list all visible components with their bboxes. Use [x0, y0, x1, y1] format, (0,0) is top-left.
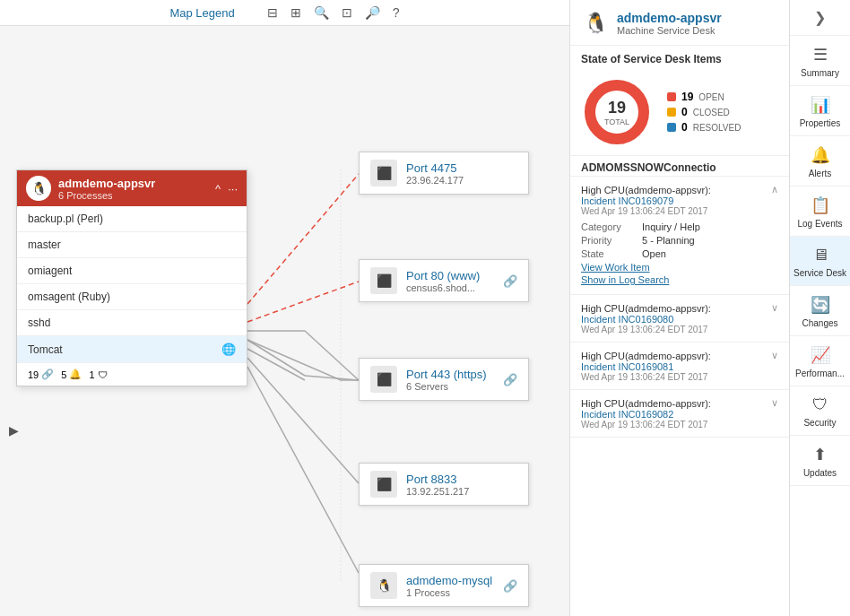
- sidebar-item-performance[interactable]: 📈 Performan...: [790, 336, 850, 386]
- process-card: 🐧 admdemo-appsvr 6 Processes ^ ··· backu…: [16, 169, 247, 386]
- process-list: backup.pl (Perl) master omiagent omsagen…: [17, 206, 247, 363]
- port-title: Port 8833: [406, 473, 517, 486]
- closed-label: CLOSED: [693, 108, 730, 117]
- closed-count: 0: [681, 106, 688, 118]
- process-card-footer: 19 🔗 5 🔔 1 🛡: [17, 363, 247, 386]
- sidebar-item-log-events[interactable]: 📋 Log Events: [790, 187, 850, 237]
- incident-item: High CPU(admdemo-appsvr): ∨ Incident INC…: [570, 343, 789, 390]
- show-in-log-search-link[interactable]: Show in Log Search: [581, 274, 778, 285]
- collapse-icon[interactable]: ^: [215, 182, 221, 195]
- properties-icon: 📊: [811, 95, 830, 115]
- minimize-icon[interactable]: ⊟: [267, 5, 278, 20]
- sidebar: ❯ ☰ Summary 📊 Properties 🔔 Alerts 📋 Log …: [789, 0, 850, 616]
- zoom-out-icon[interactable]: 🔍: [314, 5, 329, 20]
- port-icon: ⬛: [370, 267, 397, 294]
- link-icon: 🔗: [41, 369, 54, 380]
- help-icon[interactable]: ?: [393, 5, 400, 20]
- donut-total: 19: [604, 99, 629, 117]
- section-title: State of Service Desk Items: [570, 46, 789, 69]
- list-item[interactable]: backup.pl (Perl): [17, 206, 247, 232]
- process-name: omsagent (Ruby): [28, 291, 110, 303]
- map-toolbar: Map Legend ⊟ ⊞ 🔍 ⊡ 🔎 ?: [0, 0, 569, 26]
- donut-text: TOTAL: [604, 117, 629, 126]
- open-count: 19: [681, 91, 693, 103]
- donut-chart: 19 TOTAL: [581, 76, 653, 148]
- collapse-incident-icon[interactable]: ∧: [771, 184, 778, 195]
- incident-date: Wed Apr 19 13:06:24 EDT 2017: [581, 372, 778, 382]
- incident-title: High CPU(admdemo-appsvr):: [581, 398, 711, 409]
- incident-subtitle: Incident INC0169081: [581, 361, 778, 372]
- incident-item: High CPU(admdemo-appsvr): ∨ Incident INC…: [570, 295, 789, 343]
- port-info: Port 443 (https) 6 Servers: [406, 368, 494, 392]
- sidebar-item-alerts[interactable]: 🔔 Alerts: [790, 136, 850, 187]
- svg-line-5: [305, 331, 359, 380]
- list-item[interactable]: master: [17, 232, 247, 258]
- performance-icon: 📈: [811, 345, 830, 365]
- svg-line-8: [247, 367, 359, 573]
- alerts-icon: 🔔: [811, 145, 830, 165]
- incident-field-category: Category Inquiry / Help: [581, 221, 778, 232]
- legend-open: 19 OPEN: [667, 91, 741, 103]
- sidebar-item-security[interactable]: 🛡 Security: [790, 386, 850, 436]
- expand-incident-icon[interactable]: ∨: [771, 302, 778, 314]
- process-name: backup.pl (Perl): [28, 213, 103, 225]
- port-subtitle: 1 Process: [406, 587, 494, 598]
- svg-line-3: [247, 340, 305, 376]
- zoom-in-icon[interactable]: 🔎: [365, 5, 380, 20]
- incident-expanded: Category Inquiry / Help Priority 5 - Pla…: [581, 221, 778, 285]
- mysql-node[interactable]: 🐧 admdemo-mysql 1 Process 🔗: [359, 564, 529, 607]
- process-card-header-icons: ^ ···: [215, 182, 238, 195]
- footer-badge-alerts: 5 🔔: [61, 369, 82, 380]
- map-canvas: 🐧 admdemo-appsvr 6 Processes ^ ··· backu…: [0, 26, 569, 610]
- sidebar-item-service-desk[interactable]: 🖥 Service Desk: [790, 237, 850, 286]
- sidebar-item-summary[interactable]: ☰ Summary: [790, 36, 850, 86]
- incident-title: High CPU(admdemo-appsvr):: [581, 351, 711, 361]
- sidebar-item-properties[interactable]: 📊 Properties: [790, 86, 850, 136]
- sidebar-expand-button[interactable]: ❯: [790, 0, 850, 36]
- sidebar-label: Log Events: [797, 219, 842, 229]
- field-label: Category: [581, 221, 635, 232]
- expand-incident-icon[interactable]: ∨: [771, 350, 778, 361]
- sidebar-label: Service Desk: [794, 268, 846, 278]
- security-count: 1: [89, 369, 94, 380]
- alert-count: 5: [61, 369, 66, 380]
- maximize-icon[interactable]: ⊞: [291, 5, 301, 20]
- port-title: Port 80 (www): [406, 269, 494, 282]
- sidebar-item-updates[interactable]: ⬆ Updates: [790, 436, 850, 486]
- right-panel-info: admdemo-appsvr Machine Service Desk: [617, 11, 722, 36]
- sidebar-label: Alerts: [809, 169, 832, 178]
- port-80-node[interactable]: ⬛ Port 80 (www) census6.shod... 🔗: [359, 259, 529, 302]
- incident-header: High CPU(admdemo-appsvr): ∨: [581, 397, 778, 409]
- port-4475-node[interactable]: ⬛ Port 4475 23.96.24.177: [359, 152, 529, 195]
- incident-subtitle: Incident INC0169079: [581, 195, 778, 206]
- incident-date: Wed Apr 19 13:06:24 EDT 2017: [581, 206, 778, 216]
- list-item[interactable]: omsagent (Ruby): [17, 284, 247, 310]
- incident-date: Wed Apr 19 13:06:24 EDT 2017: [581, 420, 778, 429]
- list-item[interactable]: sshd: [17, 310, 247, 336]
- incident-item: High CPU(admdemo-appsvr): ∧ Incident INC…: [570, 177, 789, 295]
- port-443-node[interactable]: ⬛ Port 443 (https) 6 Servers 🔗: [359, 358, 529, 401]
- port-subtitle: census6.shod...: [406, 282, 494, 293]
- field-value: 5 - Planning: [642, 235, 695, 246]
- sidebar-item-changes[interactable]: 🔄 Changes: [790, 286, 850, 336]
- list-item-tomcat[interactable]: Tomcat 🌐: [17, 336, 247, 363]
- map-legend-title: Map Legend: [169, 6, 234, 20]
- expand-incident-icon[interactable]: ∨: [771, 397, 778, 409]
- incident-subtitle: Incident INC0169080: [581, 314, 778, 325]
- port-title: admdemo-mysql: [406, 574, 494, 587]
- more-icon[interactable]: ···: [228, 182, 238, 195]
- port-info: Port 80 (www) census6.shod...: [406, 269, 494, 293]
- port-icon: ⬛: [370, 160, 397, 187]
- port-8833-node[interactable]: ⬛ Port 8833 13.92.251.217: [359, 463, 529, 506]
- incident-field-priority: Priority 5 - Planning: [581, 235, 778, 246]
- connection-title: ADMOMSSNOWConnectio: [570, 156, 789, 177]
- incident-header: High CPU(admdemo-appsvr): ∧: [581, 184, 778, 195]
- port-subtitle: 23.96.24.177: [406, 175, 517, 186]
- fit-icon[interactable]: ⊡: [342, 5, 352, 20]
- changes-icon: 🔄: [811, 295, 830, 315]
- view-work-item-link[interactable]: View Work Item: [581, 262, 778, 273]
- service-desk-icon: 🖥: [812, 246, 828, 265]
- process-card-info: admdemo-appsvr 6 Processes: [58, 177, 155, 201]
- list-item[interactable]: omiagent: [17, 258, 247, 284]
- port-info: Port 8833 13.92.251.217: [406, 473, 517, 497]
